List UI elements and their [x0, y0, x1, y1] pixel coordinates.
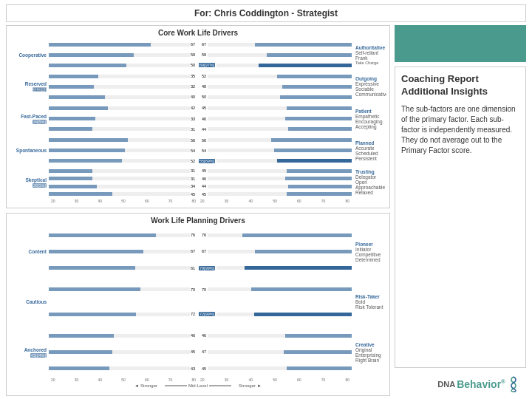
group-authoritative: 67 59 [199, 39, 386, 70]
group-patient: 45 46 [199, 103, 386, 134]
group-risktaker: 70 72[99%] Risk-Taker [199, 277, 386, 327]
dna-footer: DNA Behavior® [395, 372, 526, 396]
group-fastpaced: Fast-Paced 34[5%] 42 [10, 103, 197, 134]
behavior-text: Behavior® [457, 378, 505, 390]
right-panel: Coaching Report Additional Insights The … [395, 25, 526, 396]
group-outgoing: 52 48 [199, 71, 386, 102]
group-spontaneous: Spontaneous 56 [10, 135, 197, 166]
work-life-planning-section: Work Life Planning Drivers Content [6, 213, 390, 396]
page-wrapper: For: Chris Coddington - Strategist Core … [0, 0, 532, 399]
group-pioneer: 76 67 [199, 227, 386, 276]
group-trusting: 45 46 [199, 167, 386, 198]
primary-label-cooperative: Cooperative [10, 52, 48, 58]
group-planned: 56 54 [199, 135, 386, 166]
content-area: Core Work Life Drivers Cooperative [0, 25, 532, 399]
group-cautious: Cautious 70 [10, 277, 197, 327]
group-anchored: Anchored 43[24%] 46 [10, 327, 197, 377]
group-cooperative: Cooperative 67 [10, 39, 197, 70]
helix-icon [507, 375, 520, 393]
dna-text: DNA [437, 380, 455, 389]
teal-decoration [395, 25, 526, 62]
group-skeptical: Skeptical 26[1%] 31 [10, 167, 197, 198]
coaching-report-title: Coaching Report Additional Insights [401, 73, 519, 98]
work-life-planning-title: Work Life Planning Drivers [10, 216, 386, 225]
header: For: Chris Coddington - Strategist [6, 4, 526, 22]
group-reserved: Reserved 31[3%] 35 [10, 71, 197, 102]
header-title: For: Chris Coddington - Strategist [194, 8, 338, 18]
dna-logo: DNA Behavior® [400, 375, 520, 393]
group-content: Content 76 [10, 227, 197, 276]
core-work-life-section: Core Work Life Drivers Cooperative [6, 25, 390, 208]
core-work-life-title: Core Work Life Drivers [10, 29, 386, 37]
chart-legend: ◄ Stronger Mid-Level Stronger ► [10, 383, 386, 388]
coaching-report-box: Coaching Report Additional Insights The … [395, 66, 526, 368]
group-creative: 46 47 [199, 327, 386, 377]
charts-panel: Core Work Life Drivers Cooperative [6, 25, 390, 396]
coaching-report-body: The sub-factors are one dimension of the… [401, 104, 519, 156]
